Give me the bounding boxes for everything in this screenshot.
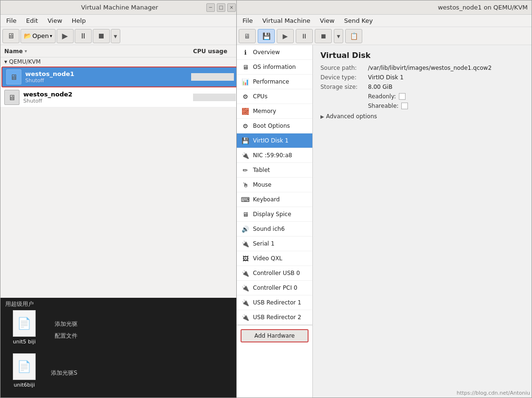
vm-item-node2[interactable]: 🖥 westos_node2 Shutoff	[0, 88, 240, 107]
desktop-icons-row: 📄 unit5 biji 添加光驱 配置文件	[5, 310, 236, 350]
vm-list: ▾ QEMU/KVM 🖥 westos_node1 Shutoff 🖥 west…	[0, 57, 240, 107]
advanced-options-toggle[interactable]: ▶ Advanced options	[320, 113, 524, 120]
vmm-menu-view[interactable]: View	[44, 16, 66, 25]
unit6-icon: 📄	[13, 353, 36, 380]
hw-item-display-spice[interactable]: 🖥 Display Spice	[237, 207, 312, 222]
sound-label: Sound ich6	[253, 226, 285, 232]
virtio-disk1-icon: 💾	[241, 136, 250, 145]
hw-item-overview[interactable]: ℹ Overview	[237, 45, 312, 60]
serial1-label: Serial 1	[253, 240, 274, 247]
readonly-checkbox[interactable]	[399, 93, 406, 100]
controller-pci-label: Controller PCI 0	[253, 284, 297, 291]
qemu-menu-sendkey[interactable]: Send Key	[340, 16, 377, 25]
vmm-shutdown-dropdown[interactable]: ▾	[111, 29, 120, 43]
hw-item-tablet[interactable]: ✏ Tablet	[237, 163, 312, 178]
qemu-pause-btn[interactable]: ⏸	[296, 29, 313, 43]
storage-size-label: Storage size:	[320, 84, 368, 90]
vmm-titlebar: Virtual Machine Manager − □ ×	[0, 0, 240, 15]
hw-item-boot[interactable]: ⚙ Boot Options	[237, 119, 312, 133]
usb-redir2-label: USB Redirector 2	[253, 314, 301, 321]
vm-cpu-bar-node2	[193, 94, 236, 101]
mouse-icon: 🖱	[241, 180, 250, 190]
device-type-value: VirtIO Disk 1	[368, 74, 404, 81]
qemu-main: ℹ Overview 🖥 OS information 📊 Performanc…	[237, 45, 532, 398]
vmm-menu-edit[interactable]: Edit	[22, 16, 42, 25]
vm-name-node2: westos_node2	[23, 91, 193, 98]
controller-usb-icon: 🔌	[241, 268, 250, 278]
detail-device-type-row: Device type: VirtIO Disk 1	[320, 74, 524, 81]
qemu-menu-file[interactable]: File	[239, 16, 257, 25]
hw-item-performance[interactable]: 📊 Performance	[237, 75, 312, 89]
vmm-menu-file[interactable]: File	[2, 16, 20, 25]
hw-item-keyboard[interactable]: ⌨ Keyboard	[237, 192, 312, 207]
name-sort-icon[interactable]: ▾	[25, 48, 27, 54]
vmm-title: Virtual Machine Manager	[33, 4, 206, 11]
hw-item-usb-redir2[interactable]: 🔌 USB Redirector 2	[237, 310, 312, 325]
hw-item-controller-usb[interactable]: 🔌 Controller USB 0	[237, 266, 312, 281]
hw-item-memory[interactable]: 🧱 Memory	[237, 104, 312, 119]
add-hardware-button[interactable]: Add Hardware	[241, 329, 309, 342]
vm-group-qemu[interactable]: ▾ QEMU/KVM	[0, 57, 240, 66]
hw-item-sound[interactable]: 🔊 Sound ich6	[237, 222, 312, 237]
qemu-stop-btn[interactable]: ⏹	[315, 29, 332, 43]
desktop-icon-unit5[interactable]: 📄 unit5 biji	[5, 310, 43, 345]
detail-storage-size-row: Storage size: 8.00 GiB	[320, 84, 524, 90]
vmm-close-button[interactable]: ×	[227, 3, 236, 12]
vmm-list-header: Name ▾ CPU usage	[0, 45, 240, 57]
hw-item-virtio-disk1[interactable]: 💾 VirtIO Disk 1	[237, 133, 312, 148]
usb-redir1-label: USB Redirector 1	[253, 299, 301, 306]
hw-item-cpus[interactable]: ⚙ CPUs	[237, 89, 312, 104]
sound-icon: 🔊	[241, 224, 250, 234]
virtio-disk1-label: VirtIO Disk 1	[253, 137, 289, 144]
vmm-minimize-button[interactable]: −	[206, 3, 215, 12]
vmm-menu-help[interactable]: Help	[68, 16, 90, 25]
vmm-open-button[interactable]: 📂 Open ▾	[20, 29, 56, 43]
boot-label: Boot Options	[253, 123, 290, 129]
qemu-menu-view[interactable]: View	[316, 16, 339, 25]
qemu-stop-dropdown[interactable]: ▾	[334, 29, 343, 43]
shareable-row: Shareable:	[368, 103, 524, 109]
vm-name-node1: westos_node1	[25, 70, 191, 77]
qemu-menu-vm[interactable]: Virtual Machine	[259, 16, 314, 25]
hw-item-video-qxl[interactable]: 🖼 Video QXL	[237, 251, 312, 266]
hw-item-serial1[interactable]: 🔌 Serial 1	[237, 237, 312, 251]
qemu-toolbar: 🖥 💾 ▶ ⏸ ⏹ ▾ 📋	[237, 27, 532, 45]
vmm-shutdown-button[interactable]: ⏹	[93, 29, 110, 43]
vmm-desktop-area: 用超级用户 📄 unit5 biji 添加光驱 配置文件 📄 unit6biji…	[0, 298, 241, 398]
qemu-screen-btn[interactable]: 🖥	[239, 29, 256, 43]
qemu-config-btn[interactable]: 💾	[258, 29, 275, 43]
vmm-run-button[interactable]: ▶	[57, 29, 74, 43]
vmm-window: Virtual Machine Manager − □ × File Edit …	[0, 0, 240, 398]
vm-icon-node2: 🖥	[4, 90, 19, 105]
qemu-play-btn[interactable]: ▶	[277, 29, 294, 43]
hw-item-nic[interactable]: 🔌 NIC :59:90:a8	[237, 148, 312, 163]
desktop-icon-unit6[interactable]: 📄 unit6biji	[5, 353, 43, 388]
vm-item-node1[interactable]: 🖥 westos_node1 Shutoff	[1, 66, 239, 87]
hw-detail-panel: Virtual Disk Source path: /var/lib/libvi…	[313, 45, 532, 398]
advanced-options-label: Advanced options	[326, 113, 377, 120]
hw-item-os[interactable]: 🖥 OS information	[237, 60, 312, 75]
chinese-text-config: 配置文件	[55, 330, 236, 342]
boot-icon: ⚙	[241, 121, 250, 131]
name-column-header: Name ▾	[4, 48, 189, 55]
vmm-new-button[interactable]: 🖥	[2, 29, 19, 43]
os-icon: 🖥	[241, 62, 250, 72]
detail-title: Virtual Disk	[320, 51, 524, 60]
vmm-maximize-button[interactable]: □	[217, 3, 225, 12]
hw-item-controller-pci[interactable]: 🔌 Controller PCI 0	[237, 281, 312, 295]
nic-icon: 🔌	[241, 151, 250, 160]
hw-item-mouse[interactable]: 🖱 Mouse	[237, 178, 312, 192]
video-qxl-label: Video QXL	[253, 255, 282, 262]
qemu-window: westos_node1 on QEMU/KVM File Virtual Ma…	[236, 0, 532, 398]
display-spice-label: Display Spice	[253, 211, 291, 218]
hw-item-usb-redir1[interactable]: 🔌 USB Redirector 1	[237, 295, 312, 310]
open-label: Open	[32, 32, 49, 39]
keyboard-icon: ⌨	[241, 195, 250, 204]
keyboard-label: Keyboard	[253, 196, 280, 203]
shareable-checkbox[interactable]	[401, 103, 408, 109]
vmm-pause-button[interactable]: ⏸	[75, 29, 92, 43]
source-path-value: /var/lib/libvirt/images/westos_node1.qco…	[368, 65, 492, 71]
qemu-copy-btn[interactable]: 📋	[345, 29, 362, 43]
qemu-title: westos_node1 on QEMU/KVM	[260, 4, 528, 11]
vm-status-node1: Shutoff	[25, 77, 191, 84]
